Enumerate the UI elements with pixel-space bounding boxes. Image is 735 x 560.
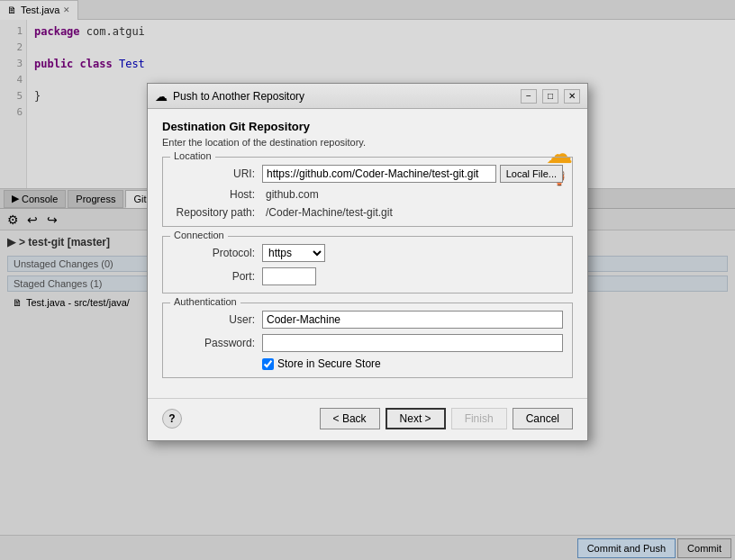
back-button[interactable]: < Back: [320, 408, 380, 429]
minimize-button[interactable]: −: [521, 89, 537, 104]
uri-input[interactable]: [262, 165, 496, 183]
dialog-title-icon: ☁: [155, 89, 168, 104]
help-button[interactable]: ?: [162, 409, 182, 429]
repo-path-row: Repository path: /Coder-Machine/test-git…: [172, 206, 563, 219]
password-input[interactable]: [262, 334, 563, 352]
user-label: User:: [172, 313, 262, 326]
uri-row: URI: Local File...: [172, 165, 563, 183]
user-row: User:: [172, 311, 563, 329]
dialog-title-text: Push to Another Repository: [173, 90, 515, 103]
store-secure-checkbox[interactable]: [262, 358, 274, 370]
dialog-body: ☁ 🏺 Destination Git Repository Enter the…: [148, 109, 587, 398]
finish-button[interactable]: Finish: [451, 408, 507, 429]
dialog-heading: Destination Git Repository: [162, 120, 573, 133]
cancel-button[interactable]: Cancel: [513, 408, 573, 429]
authentication-legend: Authentication: [170, 296, 240, 307]
connection-legend: Connection: [170, 230, 228, 240]
connection-group: Connection Protocol: https http ssh git …: [162, 236, 573, 294]
protocol-label: Protocol:: [172, 247, 262, 259]
password-label: Password:: [172, 337, 262, 349]
next-button[interactable]: Next >: [386, 408, 446, 429]
protocol-row: Protocol: https http ssh git: [172, 244, 563, 262]
protocol-select[interactable]: https http ssh git: [262, 244, 325, 262]
dialog-subtext: Enter the location of the destination re…: [162, 137, 573, 148]
dialog-overlay: ☁ Push to Another Repository − □ ✕ ☁ 🏺 D…: [0, 0, 735, 560]
port-input[interactable]: [262, 267, 316, 285]
dialog-footer: ? < Back Next > Finish Cancel: [148, 398, 587, 440]
dialog-header: Destination Git Repository Enter the loc…: [162, 120, 573, 148]
repo-path-label: Repository path:: [172, 206, 262, 219]
authentication-group: Authentication User: Password: Store in …: [162, 303, 573, 378]
push-dialog: ☁ Push to Another Repository − □ ✕ ☁ 🏺 D…: [147, 83, 588, 441]
host-value: github.com: [262, 188, 563, 201]
port-row: Port:: [172, 267, 563, 285]
close-button[interactable]: ✕: [564, 89, 580, 104]
location-legend: Location: [170, 150, 215, 161]
host-label: Host:: [172, 188, 262, 201]
password-row: Password:: [172, 334, 563, 352]
maximize-button[interactable]: □: [542, 89, 558, 104]
local-file-button[interactable]: Local File...: [500, 165, 563, 183]
store-secure-label[interactable]: Store in Secure Store: [277, 357, 381, 370]
user-input[interactable]: [262, 311, 563, 329]
port-label: Port:: [172, 270, 262, 283]
dialog-titlebar: ☁ Push to Another Repository − □ ✕: [148, 84, 587, 109]
store-secure-row: Store in Secure Store: [262, 357, 563, 370]
uri-label: URI:: [172, 167, 262, 180]
repo-path-value: /Coder-Machine/test-git.git: [262, 206, 563, 219]
location-group: Location URI: Local File... Host: github…: [162, 157, 573, 227]
host-row: Host: github.com: [172, 188, 563, 201]
